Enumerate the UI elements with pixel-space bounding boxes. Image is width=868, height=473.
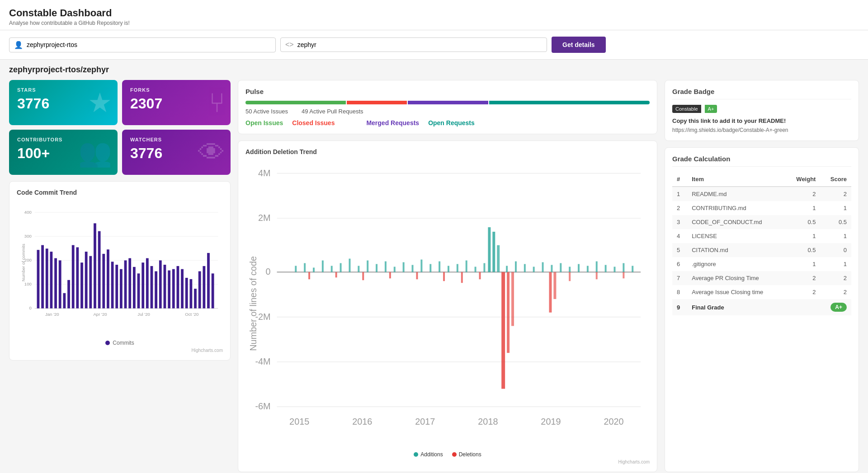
row-num: 5 bbox=[672, 243, 687, 257]
svg-rect-89 bbox=[488, 227, 491, 272]
svg-rect-34 bbox=[137, 273, 140, 308]
svg-rect-11 bbox=[37, 250, 40, 308]
svg-text:2M: 2M bbox=[258, 213, 271, 223]
col-weight: Weight bbox=[785, 172, 820, 187]
svg-rect-19 bbox=[72, 245, 75, 309]
commit-chart-title: Code Commit Trend bbox=[17, 189, 223, 196]
table-row: 9 Final Grade A+ bbox=[672, 299, 851, 315]
svg-text:2015: 2015 bbox=[289, 417, 309, 426]
svg-rect-44 bbox=[181, 269, 184, 309]
svg-rect-80 bbox=[376, 264, 377, 272]
table-header-row: # Item Weight Score bbox=[672, 172, 851, 187]
constable-badge-label: Constable bbox=[672, 105, 701, 113]
svg-rect-93 bbox=[466, 261, 467, 272]
star-bg-icon: ★ bbox=[88, 87, 112, 118]
trend-title: Addition Deletion Trend bbox=[245, 148, 650, 155]
svg-rect-109 bbox=[623, 263, 624, 272]
right-panel: Grade Badge ConstableA+ Copy this link t… bbox=[665, 80, 859, 472]
row-score: 1 bbox=[820, 229, 851, 243]
grade-table: # Item Weight Score 1 README.md 2 2 2 CO… bbox=[672, 172, 851, 315]
header: Constable Dashboard Analyse how contribu… bbox=[0, 0, 868, 30]
svg-rect-78 bbox=[358, 266, 359, 272]
row-weight: 1 bbox=[785, 201, 820, 215]
app-title: Constable Dashboard bbox=[9, 7, 859, 19]
row-weight: 0.5 bbox=[785, 243, 820, 257]
svg-rect-117 bbox=[461, 272, 463, 283]
trend-chart-credit: Highcharts.com bbox=[245, 459, 650, 464]
additions-dot bbox=[414, 452, 418, 457]
svg-text:0: 0 bbox=[29, 305, 32, 310]
svg-text:Oct '20: Oct '20 bbox=[185, 312, 198, 317]
row-weight: 1 bbox=[785, 257, 820, 271]
svg-rect-85 bbox=[420, 260, 422, 272]
svg-rect-30 bbox=[120, 269, 123, 309]
svg-text:4M: 4M bbox=[258, 168, 271, 178]
svg-rect-96 bbox=[506, 266, 508, 272]
row-score: 1 bbox=[820, 257, 851, 271]
app-subtitle: Analyse how contributable a GitHub Repos… bbox=[9, 20, 859, 26]
commit-chart-svg: 400 300 200 100 0 bbox=[17, 201, 223, 328]
svg-rect-45 bbox=[185, 278, 188, 309]
people-bg-icon: 👥 bbox=[78, 136, 112, 169]
svg-rect-97 bbox=[515, 261, 517, 272]
row-score: 0 bbox=[820, 243, 851, 257]
table-row: 3 CODE_OF_CONDUCT.md 0.5 0.5 bbox=[672, 215, 851, 229]
row-num: 1 bbox=[672, 187, 687, 201]
svg-rect-71 bbox=[295, 266, 297, 272]
svg-rect-112 bbox=[335, 272, 337, 277]
svg-rect-47 bbox=[194, 289, 197, 308]
repo-input[interactable] bbox=[297, 41, 542, 48]
row-item: README.md bbox=[687, 187, 785, 201]
svg-rect-94 bbox=[475, 267, 476, 272]
svg-rect-22 bbox=[85, 252, 88, 309]
badge-container: ConstableA+ bbox=[672, 105, 851, 113]
table-row: 4 LICENSE 1 1 bbox=[672, 229, 851, 243]
svg-rect-39 bbox=[159, 260, 162, 308]
svg-rect-48 bbox=[198, 271, 201, 308]
open-requests-legend: Open Requests bbox=[428, 119, 475, 126]
svg-text:-4M: -4M bbox=[255, 356, 270, 366]
svg-rect-102 bbox=[560, 263, 561, 272]
svg-rect-113 bbox=[362, 272, 364, 280]
svg-rect-110 bbox=[632, 266, 633, 272]
get-details-button[interactable]: Get details bbox=[552, 37, 606, 53]
row-weight: 2 bbox=[785, 271, 820, 285]
commit-chart: 400 300 200 100 0 bbox=[17, 201, 223, 337]
svg-rect-77 bbox=[349, 259, 350, 272]
svg-rect-91 bbox=[497, 245, 500, 272]
owner-input[interactable] bbox=[27, 41, 271, 48]
svg-rect-21 bbox=[80, 262, 83, 308]
contributors-card: CONTRIBUTORS 100+ 👥 bbox=[9, 130, 118, 175]
deletions-dot bbox=[452, 452, 457, 457]
row-item: LICENSE bbox=[687, 229, 785, 243]
svg-rect-74 bbox=[322, 261, 324, 272]
row-num: 3 bbox=[672, 215, 687, 229]
svg-rect-73 bbox=[313, 267, 315, 272]
user-icon: 👤 bbox=[14, 41, 23, 49]
svg-rect-14 bbox=[50, 252, 53, 309]
grade-calc-title: Grade Calculation bbox=[672, 155, 851, 167]
row-score: A+ bbox=[820, 299, 851, 315]
grade-badge-title: Grade Badge bbox=[672, 88, 851, 99]
svg-rect-28 bbox=[111, 262, 114, 308]
svg-text:0: 0 bbox=[266, 267, 271, 276]
stat-grid: STARS 3776 ★ FORKS 2307 ⑂ CONTRIBUTORS 1… bbox=[9, 80, 231, 175]
row-num: 9 bbox=[672, 299, 687, 315]
svg-rect-121 bbox=[511, 272, 514, 326]
svg-rect-20 bbox=[76, 247, 79, 308]
svg-rect-24 bbox=[94, 223, 96, 308]
svg-rect-120 bbox=[507, 272, 509, 353]
svg-rect-107 bbox=[605, 265, 607, 272]
svg-text:Apr '20: Apr '20 bbox=[93, 312, 107, 317]
row-num: 8 bbox=[672, 285, 687, 299]
svg-rect-40 bbox=[164, 265, 166, 309]
eye-bg-icon: 👁 bbox=[198, 137, 225, 168]
left-panel: STARS 3776 ★ FORKS 2307 ⑂ CONTRIBUTORS 1… bbox=[9, 80, 231, 472]
row-score: 0.5 bbox=[820, 215, 851, 229]
svg-rect-51 bbox=[212, 273, 214, 308]
row-item: .gitignore bbox=[687, 257, 785, 271]
row-score: 2 bbox=[820, 187, 851, 201]
svg-rect-79 bbox=[367, 261, 368, 272]
svg-rect-98 bbox=[524, 264, 526, 272]
svg-text:100: 100 bbox=[24, 281, 32, 286]
